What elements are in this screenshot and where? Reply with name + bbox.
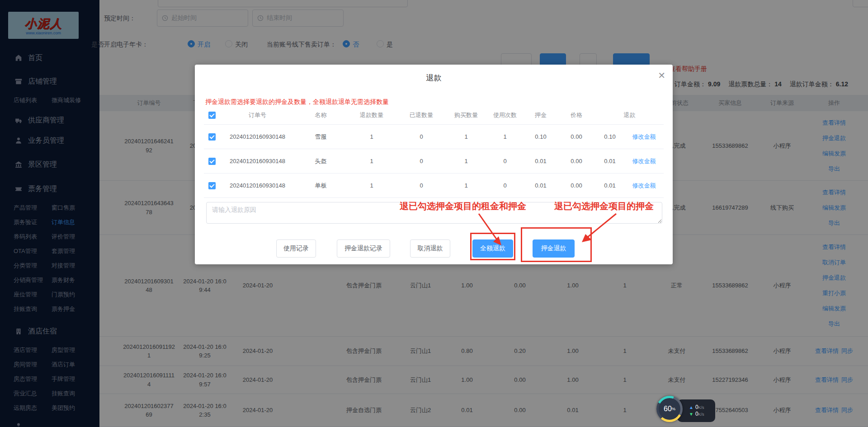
- refund-col-header: 名称: [295, 111, 347, 119]
- checkbox-cell: [204, 158, 220, 165]
- order-management-page: 小泥人 www.xiaoniren.com 首页店铺管理店铺列表微商城装修供应商…: [0, 0, 868, 427]
- download-speed: ▼0K/s: [689, 411, 715, 417]
- refund-cell-refunded: 0: [396, 158, 446, 164]
- battery-percent-ring: 60%: [656, 396, 683, 422]
- row-checkbox[interactable]: [208, 182, 216, 189]
- refund-modal: 退款 ✕ 押金退款需选择要退款的押金及数量，全额退款退单无需选择数量 订单号名称…: [195, 65, 673, 264]
- refund-cell-price: 0.00: [557, 158, 595, 164]
- refund-cell-deposit: 0.01: [524, 182, 557, 189]
- highlight-box-deposit-refund: [521, 227, 592, 262]
- refund-col-header: 退款数量: [347, 111, 396, 119]
- refund-cell-price: 0.00: [557, 133, 595, 140]
- refund-cell-used: 0: [486, 158, 524, 164]
- checkbox-cell: [204, 182, 220, 189]
- close-icon[interactable]: ✕: [658, 71, 665, 80]
- refund-cell-refund: 0.01: [595, 182, 624, 189]
- refund-col-header: 退款: [595, 111, 664, 119]
- refund-item-row: 20240120160930148雪服10110.100.000.10修改金额: [204, 125, 664, 149]
- down-arrow-icon: ▼: [689, 412, 693, 417]
- refund-cell-refunded: 0: [396, 133, 446, 140]
- refund-cell-price: 0.00: [557, 182, 595, 189]
- refund-cell-bought: 1: [446, 133, 486, 140]
- refund-col-header: 订单号: [220, 111, 295, 119]
- refund-cell-refunded: 0: [396, 182, 446, 189]
- modify-amount-cell: 修改金额: [624, 133, 664, 141]
- select-all-checkbox[interactable]: [208, 112, 216, 119]
- refund-table-header: 订单号名称退款数量已退数量购买数量使用次数押金价格退款: [204, 106, 664, 125]
- modify-amount-link[interactable]: 修改金额: [632, 158, 656, 164]
- refund-cell-refund: 0.01: [595, 158, 624, 164]
- refund-cell-name: 头盔: [295, 157, 347, 165]
- refund-cell-refund: 0.10: [595, 133, 624, 140]
- refund-cell-name: 雪服: [295, 133, 347, 141]
- refund-item-row: 20240120160930148单板10100.010.000.01修改金额: [204, 174, 664, 198]
- refund-col-header: 使用次数: [486, 111, 524, 119]
- checkbox-col-header: [204, 112, 220, 119]
- refund-cell-refund_qty: 1: [347, 133, 396, 140]
- deposit-refund-log-button[interactable]: 押金退款记录: [337, 239, 390, 258]
- cancel-refund-button[interactable]: 取消退款: [410, 239, 450, 258]
- refund-col-header: 押金: [524, 111, 557, 119]
- refund-cell-refund_qty: 1: [347, 182, 396, 189]
- checkbox-cell: [204, 133, 220, 141]
- refund-cell-bought: 1: [446, 158, 486, 164]
- refund-items-table: 订单号名称退款数量已退数量购买数量使用次数押金价格退款2024012016093…: [204, 106, 664, 198]
- refund-cell-refund_qty: 1: [347, 158, 396, 164]
- refund-cell-order: 20240120160930148: [220, 182, 295, 189]
- usage-log-button[interactable]: 使用记录: [276, 239, 316, 258]
- modify-amount-link[interactable]: 修改金额: [632, 133, 656, 140]
- modify-amount-link[interactable]: 修改金额: [632, 182, 656, 189]
- refund-cell-deposit: 0.01: [524, 158, 557, 164]
- modify-amount-cell: 修改金额: [624, 182, 664, 190]
- row-checkbox[interactable]: [208, 133, 216, 141]
- refund-item-row: 20240120160930148头盔10100.010.000.01修改金额: [204, 149, 664, 174]
- up-arrow-icon: ▲: [689, 405, 693, 410]
- highlight-box-full-refund: [470, 233, 515, 260]
- refund-cell-order: 20240120160930148: [220, 158, 295, 164]
- modal-title: 退款: [195, 73, 673, 83]
- refund-col-header: 购买数量: [446, 111, 486, 119]
- modify-amount-cell: 修改金额: [624, 157, 664, 165]
- annotation-deposit-refund: 退已勾选押金项目的押金: [554, 200, 654, 212]
- refund-cell-deposit: 0.10: [524, 133, 557, 140]
- upload-speed: ▲0K/s: [689, 404, 715, 410]
- annotation-full-refund: 退已勾选押金项目的租金和押金: [400, 200, 526, 212]
- refund-col-header: 已退数量: [396, 111, 446, 119]
- refund-cell-order: 20240120160930148: [220, 133, 295, 140]
- refund-col-header: 价格: [557, 111, 595, 119]
- refund-hint-text: 押金退款需选择要退款的押金及数量，全额退款退单无需选择数量: [205, 98, 389, 106]
- refund-cell-used: 1: [486, 133, 524, 140]
- row-checkbox[interactable]: [208, 158, 216, 165]
- refund-cell-name: 单板: [295, 182, 347, 190]
- refund-cell-used: 0: [486, 182, 524, 189]
- refund-cell-bought: 1: [446, 182, 486, 189]
- net-speed-pill: ▲0K/s ▼0K/s: [677, 399, 715, 422]
